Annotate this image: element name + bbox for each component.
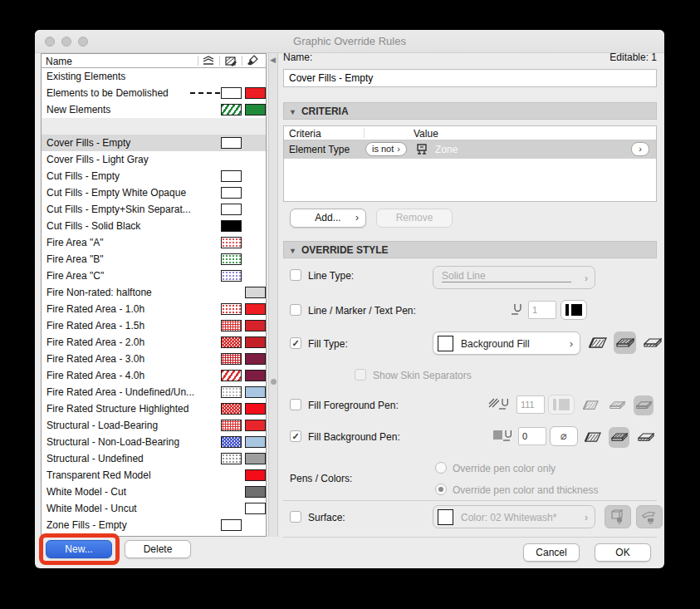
- cover-fills-toggle[interactable]: [614, 332, 636, 354]
- line-pen-checkbox[interactable]: ✓: [290, 304, 301, 316]
- remove-criteria-button[interactable]: Remove: [376, 209, 453, 228]
- ok-button[interactable]: OK: [595, 543, 651, 562]
- list-item[interactable]: White Model - Uncut: [42, 500, 266, 517]
- chevron-right-icon: ›: [570, 338, 573, 350]
- skin-separators-checkbox[interactable]: ✓: [355, 369, 366, 381]
- list-item-label: Fire Rated Area - 1.5h: [47, 320, 144, 332]
- list-item[interactable]: Fire Area "B": [42, 251, 266, 268]
- list-item[interactable]: Elements to be Demolished: [42, 85, 266, 101]
- line-pen-color-button[interactable]: [560, 300, 587, 320]
- list-item[interactable]: Zone Fills - Empty: [42, 517, 266, 533]
- criteria-row[interactable]: Element Type is not› Zone ›: [284, 140, 656, 159]
- list-item-label: Structural - Load-Bearing: [47, 420, 158, 431]
- list-item[interactable]: Fire Rated Area - 4.0h: [42, 367, 266, 384]
- criteria-name: Element Type: [289, 144, 350, 155]
- splitter-handle[interactable]: [271, 379, 277, 385]
- pen-color-only-radio[interactable]: [435, 462, 447, 474]
- list-item[interactable]: New Elements: [42, 101, 266, 118]
- line-type-checkbox[interactable]: ✓: [290, 269, 301, 281]
- new-rule-button[interactable]: New...: [46, 540, 112, 558]
- list-item-label: Structural - Non-Load-Bearing: [47, 436, 179, 448]
- list-item[interactable]: Cut Fills - Empty+Skin Separat...: [42, 201, 266, 218]
- rules-list-header[interactable]: Name: [42, 54, 266, 68]
- collapse-panel-icon[interactable]: ◀: [270, 56, 276, 64]
- list-item[interactable]: Existing Elements: [42, 68, 266, 85]
- surface-label: Surface:: [308, 512, 345, 523]
- value-picker-button[interactable]: ›: [631, 142, 649, 156]
- surface-dropdown[interactable]: Color: 02 Whitewash* ›: [433, 505, 595, 528]
- chevron-right-icon: ›: [585, 273, 588, 284]
- surface-checkbox[interactable]: ✓: [290, 511, 301, 523]
- drafting-fills-toggle[interactable]: [641, 332, 663, 354]
- line-pen-number-input[interactable]: [528, 301, 556, 319]
- list-item-label: Cut Fills - Solid Black: [47, 220, 140, 232]
- cancel-button[interactable]: Cancel: [523, 543, 580, 562]
- list-item[interactable]: Fire Area "A": [42, 234, 266, 251]
- list-item[interactable]: Fire Area "C": [42, 268, 266, 284]
- rule-name-input[interactable]: [283, 69, 657, 87]
- fill-swatch: [221, 353, 242, 365]
- surface-swatch: [245, 336, 266, 348]
- name-field-label: Name:: [283, 52, 312, 63]
- list-item[interactable]: White Model - Cut: [42, 484, 266, 500]
- surface-swatch: [245, 353, 266, 365]
- fill-swatch: [221, 104, 242, 115]
- name-column-header[interactable]: Name: [46, 56, 72, 67]
- list-item[interactable]: Fire Rated Area - 3.0h: [42, 351, 266, 367]
- operator-dropdown[interactable]: is not›: [365, 142, 407, 156]
- list-item[interactable]: Fire Non-rated: halftone: [42, 284, 266, 301]
- list-item[interactable]: Fire Rated Area - 1.5h: [42, 317, 266, 334]
- drafting-fills-toggle: [634, 395, 653, 415]
- list-item[interactable]: Cut Fills - Empty White Opaque: [42, 184, 266, 201]
- drafting-fills-toggle[interactable]: [635, 427, 656, 448]
- list-item[interactable]: Fire Rated Area - Undefined/Un...: [42, 384, 266, 400]
- list-item[interactable]: Fire Rated Area - 2.0h: [42, 334, 266, 351]
- list-item-label: Cover Fills - Light Gray: [47, 154, 149, 165]
- list-item-label: Fire Rated Area - 3.0h: [47, 353, 144, 365]
- list-item[interactable]: Cover Fills - Empty: [42, 135, 266, 151]
- surface-swatch: [245, 87, 266, 99]
- cut-fills-toggle[interactable]: [582, 427, 603, 448]
- editable-count: Editable: 1: [609, 52, 657, 63]
- list-item[interactable]: Structural - Non-Load-Bearing: [42, 434, 266, 450]
- criteria-table-header: Criteria Value: [284, 126, 656, 140]
- override-style-section-header[interactable]: ▼OVERRIDE STYLE: [283, 241, 657, 258]
- cut-fills-toggle[interactable]: [586, 332, 609, 354]
- list-item[interactable]: Transparent Red Model: [42, 467, 266, 484]
- fill-bg-pen-number-input[interactable]: [518, 427, 546, 445]
- list-item[interactable]: Cover Fills - Light Gray: [42, 151, 266, 168]
- list-item[interactable]: Cut Fills - Empty: [42, 168, 266, 184]
- list-item[interactable]: Fire Rated Structure Highlighted: [42, 400, 266, 417]
- fill-bg-pen-checkbox[interactable]: ✓: [290, 430, 301, 442]
- fill-type-dropdown[interactable]: Background Fill ›: [433, 332, 580, 355]
- fill-fg-pen-checkbox[interactable]: ✓: [290, 399, 301, 410]
- rules-list-rows: Existing ElementsElements to be Demolish…: [42, 68, 266, 533]
- list-item-label: Fire Non-rated: halftone: [47, 287, 152, 298]
- fill-swatch: [221, 253, 242, 265]
- delete-rule-button[interactable]: Delete: [125, 540, 191, 558]
- fill-fg-pen-number-input[interactable]: [516, 395, 545, 414]
- disclosure-triangle-icon[interactable]: ▼: [289, 247, 296, 255]
- fill-swatch: [221, 386, 242, 398]
- fill-type-checkbox[interactable]: ✓: [290, 337, 301, 349]
- criteria-section-header[interactable]: ▼CRITERIA: [283, 102, 657, 120]
- add-criteria-button[interactable]: Add...›: [290, 209, 366, 228]
- surface-swatch: [438, 509, 453, 525]
- fill-swatch: [221, 270, 242, 282]
- panel-splitter[interactable]: ◀: [268, 53, 278, 537]
- empty-pen-button[interactable]: ⌀: [550, 426, 578, 446]
- fill-swatch: [221, 87, 242, 99]
- list-item[interactable]: Cut Fills - Solid Black: [42, 218, 266, 234]
- disclosure-triangle-icon[interactable]: ▼: [289, 108, 296, 116]
- line-type-dropdown[interactable]: Solid Line ›: [433, 266, 595, 289]
- pen-color-thickness-radio[interactable]: [435, 484, 447, 495]
- list-item[interactable]: Structural - Load-Bearing: [42, 417, 266, 434]
- fill-swatch: [221, 303, 242, 315]
- list-item[interactable]: Fire Rated Area - 1.0h: [42, 301, 266, 317]
- pen-icon: [510, 302, 525, 316]
- fill-swatch: [438, 336, 453, 351]
- list-item[interactable]: Structural - Undefined: [42, 450, 266, 467]
- cover-fills-toggle[interactable]: [609, 427, 629, 448]
- surface-swatch: [245, 287, 266, 298]
- fill-swatch: [221, 436, 242, 448]
